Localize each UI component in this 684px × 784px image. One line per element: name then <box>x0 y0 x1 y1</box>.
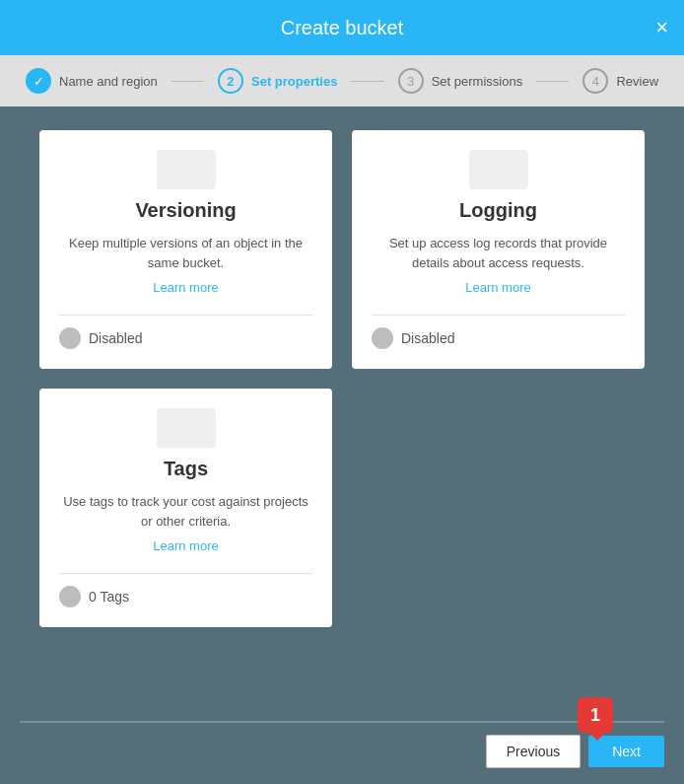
logging-status: Disabled <box>372 323 625 349</box>
steps-bar: ✓ Name and region 2 Set properties 3 Set… <box>0 55 684 107</box>
step-label-2: Set properties <box>251 74 337 89</box>
step-divider-2 <box>351 81 383 82</box>
logging-divider <box>372 315 625 316</box>
step-divider-1 <box>171 81 204 82</box>
logging-icon-placeholder <box>469 150 528 189</box>
tags-learn-more-link[interactable]: Learn more <box>153 538 218 553</box>
modal-footer: 1 Previous Next <box>0 705 684 784</box>
tags-status: 0 Tags <box>59 582 312 607</box>
step-circle-2: 2 <box>218 68 243 94</box>
logging-status-label: Disabled <box>401 330 454 346</box>
step-label-1: Name and region <box>59 74 158 89</box>
modal-title: Create bucket <box>281 17 404 39</box>
versioning-divider <box>59 315 312 316</box>
versioning-status: Disabled <box>59 323 312 349</box>
versioning-card: Versioning Keep multiple versions of an … <box>39 130 332 369</box>
logging-toggle[interactable] <box>372 327 393 349</box>
footer-divider <box>20 721 664 723</box>
modal-body: Versioning Keep multiple versions of an … <box>0 107 684 705</box>
tags-description: Use tags to track your cost against proj… <box>59 492 312 531</box>
close-button[interactable]: × <box>655 17 668 38</box>
notification-badge: 1 <box>578 697 613 733</box>
step-circle-1: ✓ <box>26 68 51 94</box>
step-circle-3: 3 <box>398 68 424 94</box>
step-label-3: Set permissions <box>432 74 522 89</box>
logging-learn-more-link[interactable]: Learn more <box>465 280 530 295</box>
step-circle-4: 4 <box>582 68 608 94</box>
logging-card: Logging Set up access log records that p… <box>352 130 645 369</box>
versioning-learn-more-link[interactable]: Learn more <box>153 280 218 295</box>
create-bucket-modal: Create bucket × ✓ Name and region 2 Set … <box>0 0 684 784</box>
step-name-and-region[interactable]: ✓ Name and region <box>16 68 168 94</box>
versioning-icon-placeholder <box>157 150 216 189</box>
versioning-description: Keep multiple versions of an object in t… <box>59 234 312 272</box>
tags-toggle[interactable] <box>59 586 81 607</box>
tags-card: Tags Use tags to track your cost against… <box>39 389 332 627</box>
tags-title: Tags <box>164 458 208 480</box>
logging-description: Set up access log records that provide d… <box>372 234 625 272</box>
versioning-status-label: Disabled <box>89 330 142 346</box>
versioning-title: Versioning <box>135 199 236 222</box>
footer-buttons: Previous Next <box>20 735 664 768</box>
tags-divider <box>59 573 312 574</box>
versioning-toggle[interactable] <box>59 327 81 349</box>
tags-status-label: 0 Tags <box>89 589 129 605</box>
step-label-4: Review <box>616 74 658 89</box>
previous-button[interactable]: Previous <box>486 735 581 768</box>
step-divider-3 <box>536 81 569 82</box>
modal-header: Create bucket × <box>0 0 684 55</box>
step-set-properties[interactable]: 2 Set properties <box>208 68 347 94</box>
tags-icon-placeholder <box>157 408 216 448</box>
step-review[interactable]: 4 Review <box>573 68 668 94</box>
step-set-permissions[interactable]: 3 Set permissions <box>388 68 532 94</box>
logging-title: Logging <box>459 199 537 222</box>
